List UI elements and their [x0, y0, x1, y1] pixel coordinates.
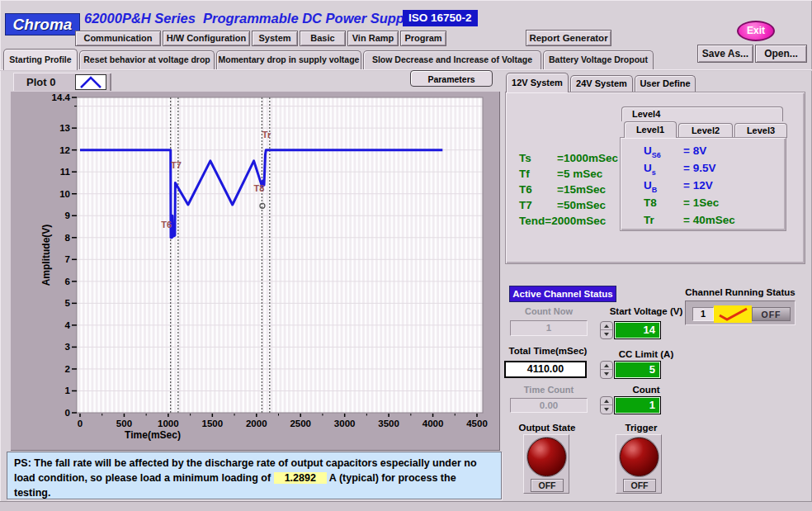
- count-now-label: Count Now: [510, 306, 588, 316]
- iso-standard-badge: ISO 16750-2: [403, 10, 478, 26]
- active-channel-status-header: Active Channel Status: [509, 286, 616, 302]
- tab-battery-voltage-dropout[interactable]: Battery Voltage Dropout: [543, 50, 654, 69]
- channel-running-status-control: 1 OFF: [685, 300, 795, 325]
- menu-program[interactable]: Program: [400, 31, 446, 46]
- svg-text:14.4: 14.4: [52, 92, 71, 102]
- count-label: Count: [597, 385, 695, 395]
- output-state-control: OFF: [523, 434, 569, 494]
- param-ts: Ts=1000mSec: [519, 152, 618, 164]
- svg-text:3: 3: [65, 342, 70, 352]
- channel-running-state[interactable]: OFF: [752, 307, 791, 321]
- menu-communication[interactable]: Communication: [75, 31, 161, 46]
- content-divider: [0, 69, 812, 71]
- count-stepper[interactable]: [600, 396, 613, 414]
- menu-system[interactable]: System: [252, 31, 298, 46]
- svg-text:11: 11: [60, 167, 71, 177]
- svg-text:13: 13: [59, 123, 70, 133]
- tab-momentary-drop[interactable]: Momentary drop in supply voltage: [216, 50, 361, 69]
- tab-level1[interactable]: Level1: [624, 121, 677, 138]
- svg-text:9: 9: [65, 211, 70, 220]
- svg-text:2000: 2000: [246, 419, 267, 428]
- start-voltage-stepper[interactable]: [600, 321, 613, 339]
- svg-text:4000: 4000: [423, 419, 444, 428]
- param-us6: US6= 8V: [644, 144, 706, 159]
- exit-button[interactable]: Exit: [737, 21, 775, 41]
- tab-level3[interactable]: Level3: [734, 123, 787, 138]
- svg-text:T6: T6: [161, 220, 172, 229]
- svg-text:T7: T7: [171, 160, 182, 170]
- svg-text:4: 4: [65, 320, 71, 330]
- param-t7: T7=50mSec: [519, 199, 606, 211]
- svg-text:T8: T8: [254, 183, 265, 193]
- menu-hw-configuration[interactable]: H/W Configuration: [163, 31, 250, 46]
- channel-number-field[interactable]: 1: [692, 307, 714, 321]
- trigger-label: Trigger: [612, 423, 670, 433]
- tab-user-define[interactable]: User Define: [635, 75, 696, 92]
- svg-text:0: 0: [78, 419, 83, 428]
- app-window: Chroma 62000P&H Series Programmable DC P…: [0, 0, 812, 511]
- time-count-field: 0.00: [510, 398, 588, 413]
- svg-text:0: 0: [65, 408, 70, 418]
- svg-text:10: 10: [59, 189, 70, 199]
- svg-text:7: 7: [65, 254, 70, 264]
- count-now-field: 1: [510, 320, 588, 336]
- svg-text:1: 1: [65, 386, 71, 395]
- svg-text:1500: 1500: [202, 419, 224, 428]
- output-state-knob[interactable]: [527, 438, 566, 476]
- tab-12v-system[interactable]: 12V System: [506, 73, 569, 92]
- param-tr: Tr= 40mSec: [644, 214, 735, 229]
- output-state-label: Output State: [502, 423, 592, 433]
- trigger-knob[interactable]: [620, 438, 659, 476]
- tab-level4[interactable]: Level4: [621, 106, 783, 121]
- cc-limit-stepper[interactable]: [600, 361, 613, 379]
- tab-24v-system[interactable]: 24V System: [570, 75, 633, 92]
- parameters-explain-button[interactable]: Parameters Explain: [410, 70, 493, 87]
- channel-running-status-label: Channel Running Status: [680, 287, 800, 297]
- svg-text:4500: 4500: [466, 419, 488, 428]
- svg-text:2500: 2500: [290, 419, 311, 428]
- total-time-field[interactable]: 4110.00: [504, 361, 587, 378]
- svg-text:3500: 3500: [378, 419, 399, 428]
- window-bottom-edge: [0, 501, 812, 511]
- svg-text:6: 6: [65, 277, 70, 286]
- ps-note: PS: The fall rate will be affected by th…: [7, 452, 502, 499]
- min-loading-value: 1.2892: [274, 472, 327, 484]
- svg-text:1000: 1000: [158, 419, 179, 428]
- plot-legend-label: Plot 0: [26, 76, 55, 88]
- tab-reset-behavior[interactable]: Reset behavior at voltage drop: [79, 50, 215, 69]
- param-ub: UB= 12V: [644, 179, 713, 194]
- menu-vin-ramp[interactable]: Vin Ramp: [347, 31, 399, 46]
- app-title: 62000P&H Series Programmable DC Power Su…: [84, 11, 416, 26]
- save-as-button[interactable]: Save As...: [697, 45, 753, 63]
- open-button[interactable]: Open...: [755, 45, 807, 63]
- param-t8: T8= 1Sec: [644, 196, 719, 211]
- count-field[interactable]: 1: [614, 396, 661, 414]
- svg-text:2: 2: [65, 364, 70, 374]
- chroma-logo: Chroma: [5, 13, 80, 35]
- start-voltage-field[interactable]: 14: [614, 321, 661, 339]
- svg-text:Time(mSec): Time(mSec): [125, 429, 181, 441]
- cc-limit-label: CC Limit (A): [597, 349, 695, 359]
- tab-starting-profile[interactable]: Starting Profile: [3, 49, 78, 70]
- menu-basic[interactable]: Basic: [300, 31, 346, 46]
- waveform-chart: T6T7T8Tr01234567891011121314.40500100015…: [10, 91, 500, 451]
- total-time-label: Total Time(mSec): [503, 346, 593, 356]
- level1-parameter-panel: US6= 8V Us= 9.5V UB= 12V T8= 1Sec Tr= 40…: [620, 137, 786, 231]
- param-us: Us= 9.5V: [644, 162, 715, 177]
- svg-text:Tr: Tr: [262, 130, 271, 140]
- svg-text:500: 500: [116, 419, 132, 428]
- plot-legend: Plot 0: [13, 73, 111, 92]
- system-parameters-panel: Ts=1000mSec Tf=5 mSec T6=15mSec T7=50mSe…: [505, 92, 805, 264]
- svg-text:5: 5: [65, 298, 71, 308]
- start-voltage-label: Start Voltage (V): [597, 306, 695, 316]
- tab-level2[interactable]: Level2: [678, 123, 733, 138]
- svg-text:8: 8: [65, 233, 71, 243]
- report-generator-button[interactable]: Report Generator: [526, 30, 611, 46]
- time-count-label: Time Count: [510, 385, 588, 395]
- cc-limit-field[interactable]: 5: [614, 361, 661, 379]
- svg-text:12: 12: [59, 145, 70, 155]
- waveform-graph-frame: T6T7T8Tr01234567891011121314.40500100015…: [10, 91, 500, 451]
- channel-check-icon[interactable]: [714, 305, 752, 323]
- svg-text:Amplitude(V): Amplitude(V): [40, 225, 52, 286]
- tab-slow-decrease-increase[interactable]: Slow Decrease and Increase of Voltage: [363, 50, 541, 69]
